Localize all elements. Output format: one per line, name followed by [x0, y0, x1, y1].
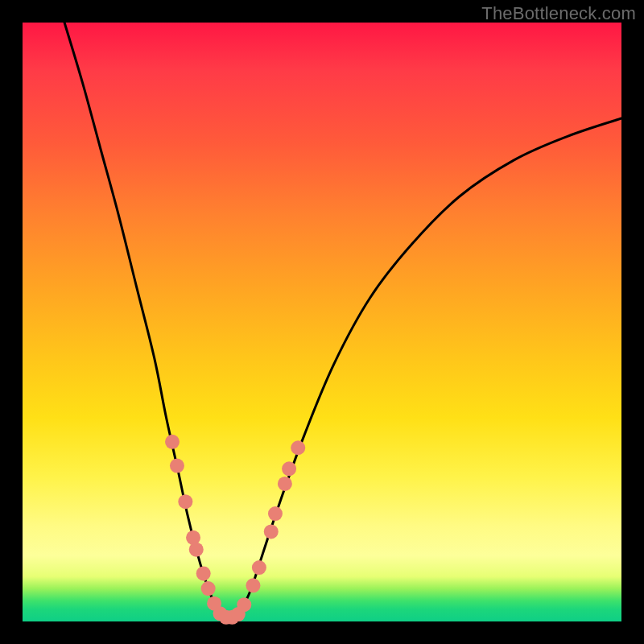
marker-dot — [201, 581, 216, 596]
plot-area — [23, 23, 621, 621]
marker-dot — [237, 597, 251, 612]
curve-layer — [23, 23, 621, 621]
bottleneck-curve — [64, 23, 621, 619]
marker-dot — [282, 461, 296, 476]
marker-dot — [252, 560, 266, 575]
marker-dot — [189, 543, 204, 557]
marker-dot — [264, 524, 279, 539]
marker-dot — [170, 459, 184, 473]
watermark-text: TheBottleneck.com — [481, 3, 636, 24]
marker-dot — [178, 494, 192, 509]
curve-path — [64, 23, 621, 619]
marker-dot — [268, 506, 283, 521]
marker-dot — [278, 477, 292, 491]
marker-dot — [246, 578, 260, 592]
marker-points — [165, 435, 305, 625]
marker-dot — [291, 440, 305, 455]
chart-frame: TheBottleneck.com — [0, 0, 644, 644]
marker-dot — [196, 566, 211, 580]
marker-dot — [165, 435, 180, 449]
